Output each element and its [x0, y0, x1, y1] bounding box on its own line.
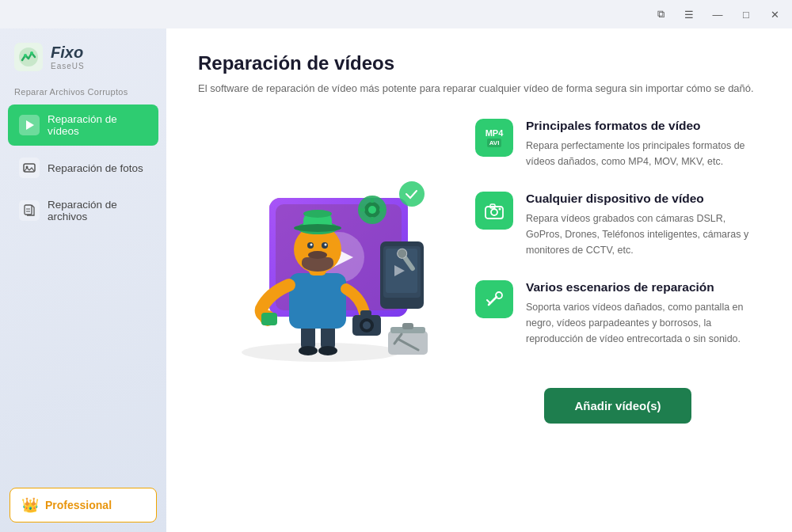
- content-area: MP4 AVI Principales formatos de vídeo Re…: [198, 119, 760, 509]
- main-content: Reparación de vídeos El software de repa…: [166, 28, 792, 532]
- sidebar: Fixo EaseUS Reparar Archivos Corruptos R…: [0, 28, 166, 532]
- professional-badge[interactable]: 👑 Professional: [10, 488, 157, 522]
- svg-rect-54: [402, 323, 413, 329]
- feature-title-devices: Cualquier dispositivo de vídeo: [526, 192, 760, 206]
- illustration-area: [198, 119, 451, 372]
- logo-name: Fixo: [51, 43, 85, 62]
- sidebar-item-files[interactable]: Reparación de archivos: [8, 190, 158, 231]
- svg-point-31: [318, 346, 337, 355]
- page-title: Reparación de vídeos: [198, 52, 760, 74]
- svg-point-51: [325, 243, 327, 245]
- feature-desc-scenarios: Soporta varios vídeos dañados, como pant…: [526, 299, 760, 347]
- sidebar-label-video: Reparación de vídeos: [48, 113, 147, 137]
- feature-desc-devices: Repara vídeos grabados con cámaras DSLR,…: [526, 211, 760, 258]
- feature-text-devices: Cualquier dispositivo de vídeo Repara ví…: [526, 192, 760, 258]
- feature-icon-formats: MP4 AVI: [475, 119, 513, 157]
- logo-text: Fixo EaseUS: [51, 43, 85, 71]
- logo-icon: [14, 43, 43, 71]
- svg-point-16: [368, 206, 376, 214]
- files-icon: [19, 200, 40, 221]
- feature-desc-formats: Repara perfectamente los principales for…: [526, 138, 760, 169]
- svg-point-50: [310, 243, 313, 245]
- sidebar-label-photo: Reparación de fotos: [48, 162, 143, 174]
- feature-item-devices: Cualquier dispositivo de vídeo Repara ví…: [475, 192, 760, 258]
- svg-point-2: [24, 54, 27, 57]
- svg-point-43: [303, 210, 332, 218]
- logo-area: Fixo EaseUS: [0, 28, 166, 82]
- sidebar-item-video[interactable]: Reparación de vídeos: [8, 104, 158, 146]
- svg-point-37: [363, 321, 371, 329]
- pip-button[interactable]: ⧉: [649, 6, 672, 23]
- menu-button[interactable]: ☰: [678, 6, 700, 23]
- svg-rect-38: [360, 310, 371, 317]
- maximize-button[interactable]: □: [735, 6, 757, 23]
- svg-rect-32: [289, 273, 346, 329]
- svg-point-3: [30, 51, 33, 55]
- svg-point-27: [399, 181, 425, 207]
- svg-marker-4: [26, 120, 34, 130]
- page-subtitle: El software de reparación de vídeo más p…: [198, 81, 760, 97]
- add-btn-area: Añadir vídeo(s): [475, 369, 760, 431]
- svg-point-44: [294, 224, 341, 232]
- svg-point-58: [491, 209, 497, 215]
- professional-text: Professional: [45, 499, 112, 511]
- svg-rect-20: [379, 208, 384, 211]
- svg-rect-17: [371, 198, 374, 203]
- feature-icon-scenarios: [475, 280, 513, 318]
- svg-point-60: [499, 207, 501, 210]
- app-body: Fixo EaseUS Reparar Archivos Corruptos R…: [0, 28, 792, 532]
- feature-text-formats: Principales formatos de vídeo Repara per…: [526, 119, 760, 169]
- feature-icon-devices: [475, 192, 513, 230]
- add-video-button[interactable]: Añadir vídeo(s): [544, 388, 691, 424]
- feature-text-scenarios: Varios escenarios de reparación Soporta …: [526, 280, 760, 347]
- close-button[interactable]: ✕: [763, 6, 786, 23]
- title-bar: ⧉ ☰ — □ ✕: [0, 0, 792, 28]
- minimize-button[interactable]: —: [706, 6, 729, 23]
- sidebar-item-photo[interactable]: Reparación de fotos: [8, 149, 158, 187]
- video-icon: [19, 115, 40, 135]
- svg-rect-18: [371, 217, 374, 222]
- feature-title-formats: Principales formatos de vídeo: [526, 119, 760, 133]
- sidebar-label-files: Reparación de archivos: [48, 199, 147, 222]
- svg-point-30: [299, 346, 318, 355]
- feature-title-scenarios: Varios escenarios de reparación: [526, 280, 760, 294]
- sidebar-section-label: Reparar Archivos Corruptos: [0, 82, 166, 103]
- svg-point-47: [308, 251, 327, 259]
- svg-rect-7: [25, 205, 32, 215]
- features-list: MP4 AVI Principales formatos de vídeo Re…: [475, 119, 760, 431]
- svg-rect-34: [261, 313, 277, 325]
- photo-icon: [19, 158, 40, 178]
- svg-rect-19: [360, 208, 365, 211]
- feature-item-scenarios: Varios escenarios de reparación Soporta …: [475, 280, 760, 347]
- feature-item-formats: MP4 AVI Principales formatos de vídeo Re…: [475, 119, 760, 169]
- logo-sub: EaseUS: [51, 62, 85, 71]
- svg-point-61: [496, 292, 502, 298]
- crown-icon: 👑: [21, 496, 39, 514]
- main-illustration: [198, 119, 451, 372]
